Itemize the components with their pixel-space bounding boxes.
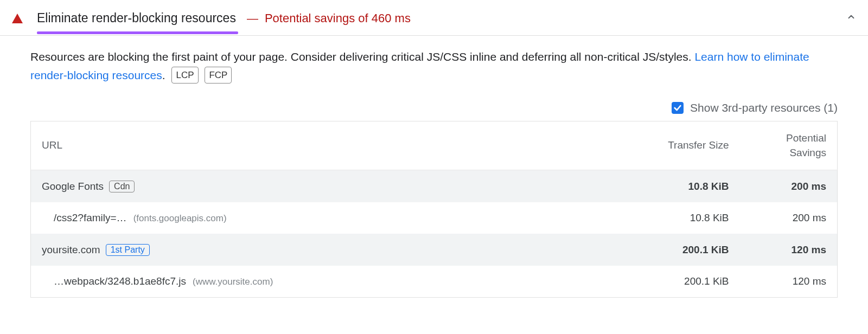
table-group-row[interactable]: yoursite.com1st Party200.1 KiB120 ms (31, 234, 838, 266)
table-sub-row[interactable]: /css2?family=…(fonts.googleapis.com)10.8… (31, 202, 838, 234)
table-group-row[interactable]: Google FontsCdn10.8 KiB200 ms (31, 170, 838, 202)
third-party-checkbox[interactable] (672, 102, 684, 114)
group-name: yoursite.com (42, 244, 100, 256)
metric-tags: LCP FCP (168, 69, 232, 81)
savings-separator: — (247, 12, 258, 25)
sub-url-path: …webpack/3248.b1ae8fc7.js (54, 275, 186, 287)
group-size: 200.1 KiB (631, 234, 740, 266)
savings-text: Potential savings of 460 ms (265, 11, 411, 25)
sub-url-cell: …webpack/3248.b1ae8fc7.js(www.yoursite.c… (31, 266, 631, 298)
learn-period: . (162, 69, 165, 81)
col-header-savings: Potential Savings (740, 121, 838, 170)
col-header-url: URL (31, 121, 631, 170)
group-url-cell: Google FontsCdn (31, 170, 631, 202)
sub-url-host: (fonts.googleapis.com) (133, 213, 227, 223)
metric-tag-lcp: LCP (171, 67, 198, 84)
third-party-label: Show 3rd-party resources (1) (690, 101, 838, 114)
table-header-row: URL Transfer Size Potential Savings (31, 121, 838, 170)
group-name: Google Fonts (42, 181, 104, 192)
table-body: Google FontsCdn10.8 KiB200 ms/css2?famil… (31, 170, 838, 298)
third-party-toggle-row: Show 3rd-party resources (1) (30, 101, 838, 114)
audit-description: Resources are blocking the first paint o… (30, 48, 838, 84)
audit-body: Resources are blocking the first paint o… (0, 36, 868, 298)
sub-url-path: /css2?family=… (54, 212, 127, 223)
sub-savings: 200 ms (740, 202, 838, 234)
col-header-size: Transfer Size (631, 121, 740, 170)
sub-url-cell: /css2?family=…(fonts.googleapis.com) (31, 202, 631, 234)
group-savings: 200 ms (740, 170, 838, 202)
sub-url-host: (www.yoursite.com) (193, 277, 273, 287)
sub-size: 200.1 KiB (631, 266, 740, 298)
audit-header[interactable]: Eliminate render-blocking resources — Po… (0, 0, 868, 36)
group-size: 10.8 KiB (631, 170, 740, 202)
group-badge: Cdn (109, 181, 135, 192)
group-savings: 120 ms (740, 234, 838, 266)
audit-title: Eliminate render-blocking resources (37, 11, 236, 25)
table-sub-row[interactable]: …webpack/3248.b1ae8fc7.js(www.yoursite.c… (31, 266, 838, 298)
audit-table: URL Transfer Size Potential Savings Goog… (30, 121, 838, 298)
warning-triangle-icon (12, 14, 23, 23)
group-badge: 1st Party (106, 244, 150, 256)
sub-size: 10.8 KiB (631, 202, 740, 234)
audit-title-wrap: Eliminate render-blocking resources (37, 11, 236, 25)
group-url-cell: yoursite.com1st Party (31, 234, 631, 266)
audit-description-text: Resources are blocking the first paint o… (30, 50, 694, 63)
sub-savings: 120 ms (740, 266, 838, 298)
metric-tag-fcp: FCP (205, 67, 232, 84)
audit-underline-highlight (37, 31, 238, 34)
chevron-up-icon[interactable] (846, 12, 856, 24)
